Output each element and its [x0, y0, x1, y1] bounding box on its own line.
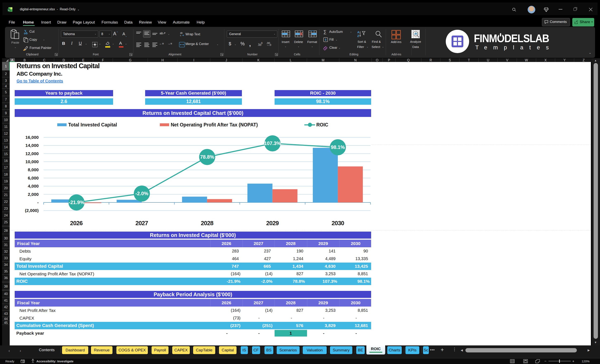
svg-text:c: c [180, 34, 181, 36]
svg-text:2028: 2028 [201, 220, 213, 227]
svg-text:(2,000): (2,000) [25, 208, 39, 213]
svg-text:2027: 2027 [135, 220, 148, 227]
svg-text:-21.9%: -21.9% [69, 200, 84, 205]
svg-text:-: - [37, 200, 39, 205]
svg-text:ab: ab [180, 32, 183, 34]
svg-text:14,000: 14,000 [25, 143, 39, 148]
svg-text:x: x [8, 9, 10, 11]
svg-text:107.3%: 107.3% [264, 140, 281, 146]
svg-text:98.1%: 98.1% [331, 144, 345, 150]
svg-text:-2.0%: -2.0% [135, 191, 149, 196]
svg-text:4,000: 4,000 [28, 184, 39, 188]
svg-text:10,000: 10,000 [25, 159, 39, 164]
svg-text:8,000: 8,000 [28, 167, 39, 172]
svg-text:Z: Z [357, 34, 359, 38]
svg-text:2029: 2029 [266, 220, 279, 227]
svg-text:12,000: 12,000 [25, 151, 39, 156]
svg-text:6,000: 6,000 [28, 176, 39, 180]
svg-text:16,000: 16,000 [25, 135, 39, 140]
svg-text:2030: 2030 [332, 220, 344, 227]
svg-text:A: A [357, 30, 360, 34]
svg-text:78.8%: 78.8% [200, 154, 214, 160]
svg-text:2026: 2026 [70, 220, 83, 227]
svg-text:2,000: 2,000 [28, 192, 39, 197]
